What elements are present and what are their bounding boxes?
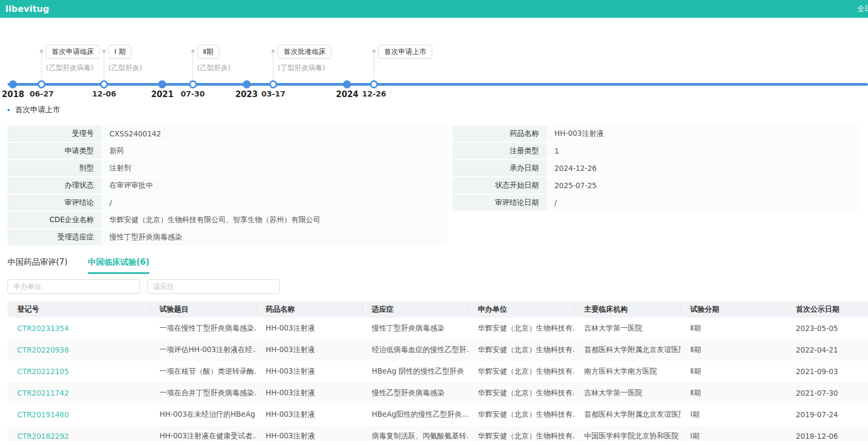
column-header: 适应症	[362, 305, 468, 314]
details-label: 药品名称	[453, 126, 546, 142]
timeline-node-year	[343, 80, 351, 88]
column-header: 试验题目	[150, 305, 256, 314]
details-row: 审评结论/	[8, 195, 447, 211]
timeline-date-label: 07-30	[180, 89, 205, 98]
table-cell: Ⅱ期	[680, 388, 786, 398]
timeline-node-event[interactable]	[269, 80, 277, 88]
table-cell: 慢性乙型肝炎病毒感染	[362, 388, 468, 398]
registration-number-link[interactable]: CTR20182292	[8, 432, 150, 440]
registration-number-link[interactable]: CTR20231354	[8, 324, 150, 333]
timeline-connector-dot-icon	[272, 50, 275, 53]
table-cell: HH-003注射液	[256, 410, 362, 419]
indication-filter-input[interactable]	[147, 279, 280, 294]
details-table-right: 药品名称HH-003注射液注册类型1承办日期2024-12-26状态开始日期20…	[453, 126, 860, 212]
tab-china-drug-review[interactable]: 中国药品审评(7)	[8, 257, 67, 274]
table-cell: 慢性丁型肝炎病毒感染	[362, 323, 468, 333]
table-cell: Ⅱ期	[680, 323, 786, 333]
table-cell: 首都医科大学附属北京友谊医院	[574, 345, 680, 355]
registration-number-link[interactable]: CTR20211742	[8, 389, 150, 397]
timeline-connector-dot-icon	[372, 50, 376, 53]
milestone-label: Ⅱ期	[197, 45, 219, 59]
table-row: CTR20211742一项在合并丁型肝炎病毒感染...HH-003注射液慢性乙型…	[8, 382, 868, 404]
table-cell: HH-003注射液	[256, 367, 362, 376]
table-cell: 华辉安健（北京）生物科技有...	[468, 410, 574, 419]
timeline-year-label: 2018	[2, 89, 24, 99]
section-title-label: 首次申请上市	[15, 105, 60, 115]
column-header: 首次公示日期	[786, 305, 868, 314]
brand-logo: libevitug	[5, 4, 49, 14]
registration-number-link[interactable]: CTR20212105	[8, 367, 150, 376]
sponsor-filter-input[interactable]	[8, 279, 140, 294]
details-table-left: 受理号CXSS2400142申请类型新药剂型注射剂办理状态在审评审批中审评结论/…	[8, 126, 447, 246]
app-header: libevitug 全球	[0, 0, 868, 18]
timeline-node-event[interactable]	[189, 80, 197, 88]
details-row: 审评结论日期/	[453, 195, 860, 211]
table-row: CTR20182292HH-003注射液在健康受试者...HH-003注射液病毒…	[8, 425, 868, 441]
table-cell: Ⅰ期	[680, 431, 786, 441]
registration-number-link[interactable]: CTR20191480	[8, 410, 150, 419]
timeline-date-label: 06-27	[30, 89, 54, 98]
column-header: 药品名称	[256, 305, 362, 314]
timeline-year-label: 2023	[235, 89, 258, 99]
timeline-node-event[interactable]	[38, 80, 46, 88]
tab-bar: 中国药品审评(7)中国临床试验(6)	[8, 257, 868, 274]
details-value: CXSS2400142	[101, 126, 447, 142]
details-value: 华辉安健（北京）生物科技有限公司、智享生物（苏州）有限公司	[101, 212, 447, 228]
table-cell: HH-003注射液在健康受试者...	[150, 431, 256, 441]
table-cell: 经治低病毒血症的慢性乙型肝...	[362, 345, 468, 355]
details-value: 新药	[101, 143, 447, 159]
column-header: 申办单位	[468, 305, 574, 314]
details-value: 2025-07-25	[546, 177, 860, 194]
table-cell: 华辉安健（北京）生物科技有...	[468, 431, 574, 441]
timeline-connector-line	[41, 52, 42, 82]
column-header: 登记号	[8, 305, 150, 314]
details-label: 剂型	[8, 160, 101, 176]
timeline-date-label: 12-06	[92, 89, 116, 98]
table-row: CTR20220938一项评估HH-003注射液在经...HH-003注射液经治…	[8, 339, 868, 361]
timeline-year-label: 2021	[151, 89, 173, 99]
table-cell: 华辉安健（北京）生物科技有...	[468, 323, 574, 333]
tab-china-clinical-trials[interactable]: 中国临床试验(6)	[88, 257, 149, 274]
details-row: 受理号CXSS2400142	[8, 126, 447, 142]
details-value: 慢性丁型肝炎病毒感染	[101, 229, 447, 245]
table-cell: 2022-04-21	[786, 346, 868, 354]
timeline-node-event[interactable]	[370, 80, 378, 88]
milestone-subtitle: (乙型肝炎)	[197, 63, 231, 73]
details-label: 受理适应症	[8, 229, 101, 245]
timeline-node-year	[9, 80, 17, 88]
table-row: CTR20231354一项在慢性丁型肝炎病毒感染...HH-003注射液慢性丁型…	[8, 318, 868, 339]
table-header-row: 登记号试验题目药品名称适应症申办单位主要临床机构试验分期首次公示日期	[8, 301, 868, 318]
details-label: 受理号	[8, 126, 101, 142]
details-value: 1	[546, 143, 860, 159]
table-cell: 华辉安健（北京）生物科技有...	[468, 367, 574, 376]
table-cell: HH-003注射液	[256, 431, 362, 441]
table-cell: 病毒复制活跃、丙氨酸氨基转...	[362, 431, 468, 441]
timeline-connector-dot-icon	[40, 50, 43, 53]
nav-link-global[interactable]: 全球	[857, 4, 868, 14]
table-cell: HH-003在未经治疗的HBeAg...	[150, 410, 256, 419]
table-cell: 2023-05-05	[786, 324, 868, 333]
details-value: 在审评审批中	[101, 177, 447, 194]
details-label: 注册类型	[453, 143, 546, 159]
table-cell: 吉林大学第一医院	[574, 323, 680, 333]
table-cell: 吉林大学第一医院	[574, 388, 680, 398]
table-cell: 首都医科大学附属北京友谊医院	[574, 410, 680, 419]
registration-number-link[interactable]: CTR20220938	[8, 346, 150, 354]
details-row: 剂型注射剂	[8, 160, 447, 176]
timeline-date-label: 03-17	[261, 89, 286, 98]
table-cell: 一项在合并丁型肝炎病毒感染...	[150, 388, 256, 398]
details-label: CDE企业名称	[8, 212, 101, 228]
details-label: 审评结论	[8, 195, 101, 211]
table-row: CTR20191480HH-003在未经治疗的HBeAg...HH-003注射液…	[8, 404, 868, 425]
table-cell: HH-003注射液	[256, 345, 362, 355]
details-row: 药品名称HH-003注射液	[453, 126, 860, 142]
milestone-label: 首次申请上市	[378, 45, 432, 59]
timeline-connector-line	[273, 52, 274, 82]
timeline-node-event[interactable]	[100, 80, 108, 88]
details-value: 注射剂	[101, 160, 447, 176]
details-panel: 受理号CXSS2400142申请类型新药剂型注射剂办理状态在审评审批中审评结论/…	[0, 126, 868, 247]
timeline-year-label: 2024	[336, 89, 359, 99]
milestone-subtitle: (丁型肝炎病毒)	[277, 63, 325, 73]
details-value: /	[101, 195, 447, 211]
table-cell: 一项在核苷（酸）类逆转录酶...	[150, 367, 256, 376]
